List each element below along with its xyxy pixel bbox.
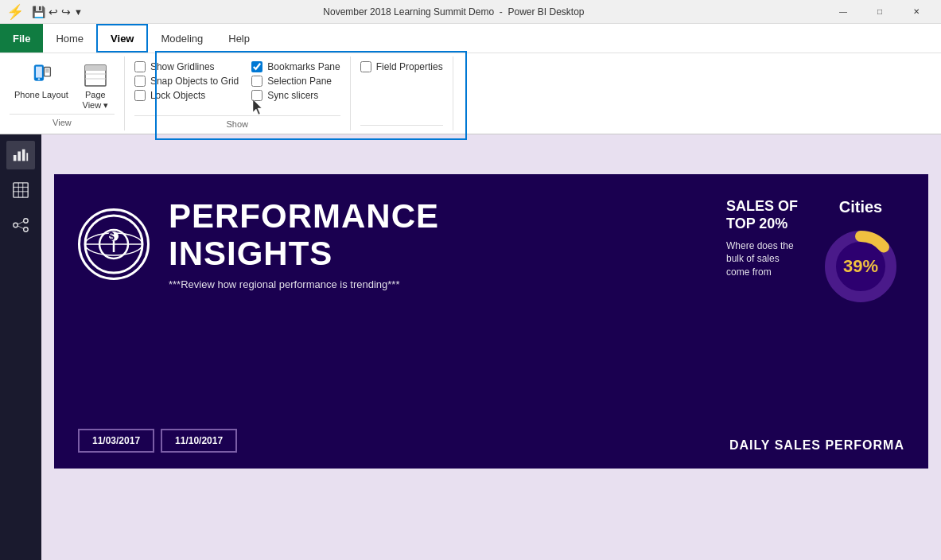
sidebar-icon-relationships[interactable] [6, 211, 35, 239]
app-icon: ⚡ [6, 3, 24, 21]
bookmarks-pane-row[interactable]: Bookmarks Pane [251, 61, 340, 72]
view-group-items: Phone Layout PageView ▾ [10, 60, 115, 114]
save-icon[interactable]: 💾 [32, 6, 45, 18]
tab-help[interactable]: Help [216, 24, 262, 52]
bookmarks-pane-checkbox[interactable] [251, 61, 262, 72]
sync-slicers-checkbox[interactable] [251, 90, 262, 101]
sales-card: SALES OF TOP 20% Where does the bulk of … [726, 198, 798, 310]
tab-modeling[interactable]: Modeling [148, 24, 216, 52]
field-props-label [360, 125, 443, 129]
app-body: $ PERFORMANCE INSIGHTS ***Review how reg… [0, 134, 941, 560]
field-props-rows: Field Properties [360, 58, 443, 123]
daily-sales-label: DAILY SALES PERFORMA [729, 438, 904, 453]
show-gridlines-label: Show Gridlines [150, 61, 215, 72]
svg-rect-11 [14, 155, 17, 161]
maximize-button[interactable]: □ [861, 0, 898, 24]
date-btn-2[interactable]: 11/10/2017 [161, 429, 237, 453]
sales-desc: Where does the bulk of sales come from [726, 239, 798, 279]
report-title: PERFORMANCE INSIGHTS [169, 198, 439, 271]
sync-slicers-label: Sync slicers [267, 90, 318, 101]
page-view-icon [83, 63, 108, 88]
tab-view[interactable]: View [96, 24, 148, 52]
donut-value: 39% [843, 256, 878, 277]
ribbon-tab-row: File Home View Modeling Help [0, 24, 941, 52]
show-col-2: Bookmarks Pane Selection Pane Sync slice… [251, 61, 340, 101]
lock-objects-label: Lock Objects [150, 90, 205, 101]
lock-objects-row[interactable]: Lock Objects [134, 90, 239, 101]
page-view-label: PageView ▾ [83, 90, 109, 111]
redo-icon[interactable]: ↪ [61, 6, 71, 18]
svg-rect-15 [14, 183, 28, 197]
phone-layout-label: Phone Layout [14, 90, 68, 100]
title-line1: PERFORMANCE [169, 197, 439, 235]
svg-rect-2 [38, 79, 41, 80]
report-cards: SALES OF TOP 20% Where does the bulk of … [726, 198, 904, 310]
ribbon: File Home View Modeling Help [0, 24, 941, 134]
lock-objects-checkbox[interactable] [134, 90, 146, 101]
donut-chart: 39% [817, 223, 904, 310]
dropdown-icon[interactable]: ▼ [74, 7, 83, 17]
quick-access-toolbar: 💾 ↩ ↪ ▼ [32, 6, 83, 18]
svg-point-20 [14, 224, 18, 228]
undo-icon[interactable]: ↩ [49, 6, 58, 18]
svg-rect-14 [26, 154, 28, 161]
svg-rect-12 [17, 152, 21, 161]
svg-line-24 [17, 226, 23, 229]
file-name: November 2018 Learning Summit Demo [323, 6, 494, 18]
tab-home[interactable]: Home [43, 24, 96, 52]
main-canvas: $ PERFORMANCE INSIGHTS ***Review how reg… [41, 134, 941, 560]
title-bar: ⚡ 💾 ↩ ↪ ▼ November 2018 Learning Summit … [0, 0, 941, 24]
show-col-1: Show Gridlines Snap Objects to Grid Lock… [134, 61, 239, 101]
field-properties-checkbox[interactable] [360, 61, 371, 72]
donut-title: Cities [839, 198, 882, 216]
view-group-label: View [10, 114, 115, 127]
sidebar-icon-table[interactable] [6, 176, 35, 204]
show-gridlines-row[interactable]: Show Gridlines [134, 61, 239, 72]
snap-objects-checkbox[interactable] [134, 76, 146, 87]
phone-layout-button[interactable]: Phone Layout [10, 60, 73, 103]
report-subtitle: ***Review how regional performance is tr… [169, 278, 439, 290]
show-group-rows: Show Gridlines Snap Objects to Grid Lock… [134, 58, 340, 114]
svg-rect-1 [36, 67, 42, 78]
sidebar-icon-chart[interactable] [6, 141, 35, 169]
sales-title: SALES OF TOP 20% [726, 198, 798, 232]
close-button[interactable]: ✕ [898, 0, 935, 24]
snap-objects-label: Snap Objects to Grid [150, 76, 239, 87]
svg-point-21 [24, 219, 28, 224]
phone-layout-icon [29, 63, 54, 88]
report-area: $ PERFORMANCE INSIGHTS ***Review how reg… [54, 174, 928, 469]
minimize-button[interactable]: — [825, 0, 861, 24]
title-bar-icons: ⚡ [6, 3, 24, 21]
title-line2: INSIGHTS [169, 235, 332, 272]
tab-file[interactable]: File [0, 24, 43, 52]
svg-rect-13 [22, 150, 25, 161]
snap-objects-row[interactable]: Snap Objects to Grid [134, 76, 239, 87]
selection-pane-checkbox[interactable] [251, 76, 262, 87]
show-group-label: Show [134, 115, 340, 129]
date-row: 11/03/2017 11/10/2017 [78, 429, 237, 453]
window-controls: — □ ✕ [825, 0, 935, 24]
app-name: Power BI Desktop [507, 6, 584, 18]
date-btn-1[interactable]: 11/03/2017 [78, 429, 154, 453]
canvas-top-space [41, 134, 941, 174]
sync-slicers-row[interactable]: Sync slicers [251, 90, 340, 101]
page-view-button[interactable]: PageView ▾ [76, 60, 115, 114]
show-gridlines-checkbox[interactable] [134, 61, 146, 72]
show-group-cols: Show Gridlines Snap Objects to Grid Lock… [134, 61, 340, 101]
svg-point-22 [24, 228, 28, 232]
ribbon-content: Phone Layout PageView ▾ [0, 52, 941, 134]
sidebar [0, 134, 41, 560]
report-logo: $ [78, 208, 150, 280]
svg-line-23 [17, 222, 23, 225]
svg-text:$: $ [108, 230, 115, 243]
field-properties-label: Field Properties [376, 61, 443, 72]
ribbon-group-view: Phone Layout PageView ▾ [0, 56, 125, 130]
selection-pane-label: Selection Pane [267, 76, 332, 87]
selection-pane-row[interactable]: Selection Pane [251, 76, 340, 87]
ribbon-group-field-props: Field Properties [351, 56, 453, 130]
bookmarks-pane-label: Bookmarks Pane [267, 61, 340, 72]
report-title-block: PERFORMANCE INSIGHTS ***Review how regio… [169, 198, 439, 290]
donut-card: Cities 39% [817, 198, 904, 310]
field-properties-row[interactable]: Field Properties [360, 61, 443, 72]
svg-rect-8 [85, 65, 106, 71]
